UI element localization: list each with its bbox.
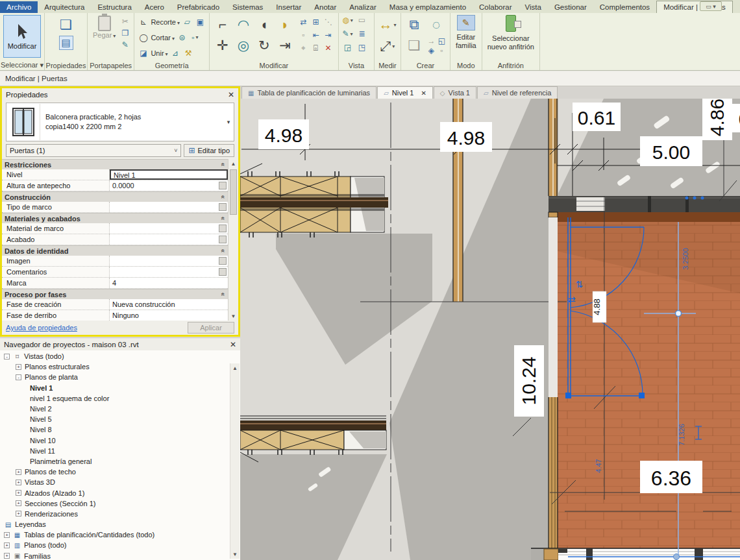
offset-icon[interactable]: ◠ [234,15,253,34]
unir-button[interactable]: Unir [151,49,167,57]
group-label-portapapeles[interactable]: Portapapeles [88,62,134,69]
tree-expander-icon[interactable]: - [16,374,21,380]
group-label-seleccionar[interactable]: Seleccionar ▾ [0,61,44,69]
upper-wall-strip[interactable] [549,99,558,196]
create-assembly-stack-icon[interactable]: ❏ [404,36,424,55]
browser-scroll-down-icon[interactable]: ▼ [230,550,240,559]
type-properties-icon[interactable]: ❏ [56,15,76,34]
project-browser-title-bar[interactable]: Navegador de proyectos - maison 03 .rvt … [0,338,240,350]
properties-title-bar[interactable]: Propiedades ✕ [2,88,238,101]
create-parts-icon[interactable]: ◌ [426,15,446,34]
property-browse-button[interactable] [219,182,227,189]
property-value[interactable]: Ninguno [110,310,228,321]
copy-icon[interactable]: ◎ [234,36,253,55]
tree-item[interactable]: Planimetría general [0,456,240,467]
ribbon-tab[interactable]: Archivo [0,1,38,13]
edit-family-icon[interactable]: ✎ [457,15,475,30]
mirror-pick-axis-icon[interactable]: ◖ [254,15,274,34]
create-similar-icon[interactable]: → [426,36,437,46]
hide-elements-icon[interactable]: ▭ [356,15,367,25]
tree-item[interactable]: + Planos estructurales [0,361,240,372]
group-label-anfitrion[interactable]: Anfitrión [482,62,539,69]
property-value[interactable] [110,223,219,234]
room-bottom-wall[interactable] [531,548,740,560]
view-tab[interactable]: Nivel 1 [377,86,433,99]
cope-icon[interactable]: ⊾ [138,17,149,27]
tree-item[interactable]: + Vistas 3D [0,477,240,487]
copy-to-clipboard-icon[interactable]: ❐ [119,28,130,38]
trim-extend-multiple-icon[interactable]: ⇥ [323,30,334,40]
rotate-icon[interactable]: ↻ [254,36,274,55]
small-box-icon[interactable]: ▫ [436,45,447,56]
cut-icon[interactable]: ✂ [119,16,130,27]
property-browse-button[interactable] [219,203,227,211]
apply-coping-icon[interactable]: ▱ [182,17,193,27]
tree-item[interactable]: + Secciones (Sección 1) [0,498,240,509]
demolish-hammer-icon[interactable]: ⚒ [183,48,194,58]
wall-joins-icon[interactable]: ⊿ [170,48,181,58]
tree-item[interactable]: Nivel 11 [0,446,240,456]
ribbon-tab[interactable]: Masa y emplazamiento [383,1,473,13]
ribbon-tab[interactable]: Anotar [308,1,343,13]
ribbon-tab[interactable]: Vista [519,1,548,13]
selection-box-icon[interactable]: ◳ [356,42,367,53]
tree-item[interactable]: + Renderizaciones [0,509,240,519]
tree-item[interactable]: + Planos de techo [0,467,240,477]
remove-coping-icon[interactable]: ▣ [195,17,206,27]
scale-icon[interactable]: ⋱ [323,17,334,27]
ribbon-tab[interactable]: Insertar [269,1,308,13]
tree-expander-icon[interactable]: + [16,480,21,485]
ribbon-tab[interactable]: Sistemas [226,1,269,13]
tree-item[interactable]: Nivel 5 [0,414,240,424]
tree-item[interactable]: - Vistas (todo) [0,351,240,361]
box-parts-icon[interactable]: ◱ [436,36,447,46]
property-value[interactable] [110,256,219,266]
group-label-crear[interactable]: Crear [401,62,450,69]
tree-item[interactable]: Nivel 1 [0,383,240,393]
scroll-down-icon[interactable]: ▼ [228,311,238,321]
tree-item[interactable]: + Tablas de planificación/Cantidades (to… [0,530,240,540]
split-element-icon[interactable]: ⇄ [298,17,309,27]
mirror-draw-axis-icon[interactable]: ◗ [275,15,295,34]
measure-ruler-icon[interactable]: ↔ [378,15,397,34]
cortar-button[interactable]: Cortar [151,34,175,42]
recorte-button[interactable]: Recorte [151,18,180,26]
group-label-medir[interactable]: Medir [375,62,401,69]
tree-item[interactable]: Nivel 10 [0,435,240,446]
property-browse-button[interactable] [219,225,227,232]
group-label-modificar[interactable]: Modificar [210,62,338,69]
floor-plan-view[interactable]: ⇄ ⇅ 4.88 3.2500 [240,99,740,560]
displace-elements-icon[interactable]: ◲ [342,42,353,53]
seleccionar-nuevo-anfitrion-button[interactable]: Seleccionar nuevo anfitrión [486,34,536,51]
tree-expander-icon[interactable]: + [4,542,10,548]
ribbon-tab[interactable]: Arquitectura [38,1,91,13]
ribbon-display-toggle-button[interactable]: ▭ ▾ [700,1,722,11]
properties-help-link[interactable]: Ayuda de propiedades [6,324,77,332]
property-browse-button[interactable] [219,236,227,243]
room-wood-floor[interactable] [557,212,740,548]
create-group-icon[interactable]: ⧉ [404,15,424,34]
cut-geometry-icon[interactable]: ◯ [138,32,149,43]
join-geometry-icon[interactable]: ◪ [138,48,149,58]
ribbon-tab[interactable]: Gestionar [548,1,593,13]
measure-between-refs-icon[interactable]: ⤢ [378,36,397,56]
properties-close-icon[interactable]: ✕ [228,90,234,99]
project-browser-close-icon[interactable]: ✕ [230,340,236,349]
apply-button[interactable]: Aplicar [188,322,234,334]
tree-expander-icon[interactable]: + [16,511,21,517]
ribbon-tab[interactable]: Acero [138,1,171,13]
ribbon-tab[interactable]: Prefabricado [171,1,226,13]
group-label-geometria[interactable]: Geometría [134,62,209,69]
edit-type-button[interactable]: ⊞ Editar tipo [184,144,234,157]
align-icon[interactable]: ⌐ [213,15,232,34]
properties-palette-icon[interactable]: ▤ [59,36,73,50]
move-icon[interactable]: ✛ [213,36,232,55]
property-value[interactable] [110,202,219,212]
ribbon-tab[interactable]: Analizar [343,1,383,13]
ribbon-tab[interactable]: Colaborar [473,1,519,13]
property-section-header[interactable]: Construcción [2,191,228,202]
view-tab-close-icon[interactable] [417,89,426,97]
property-section-header[interactable]: Materiales y acabados [2,213,228,223]
group-label-propiedades[interactable]: Propiedades [45,62,87,69]
property-browse-button[interactable] [219,257,227,265]
